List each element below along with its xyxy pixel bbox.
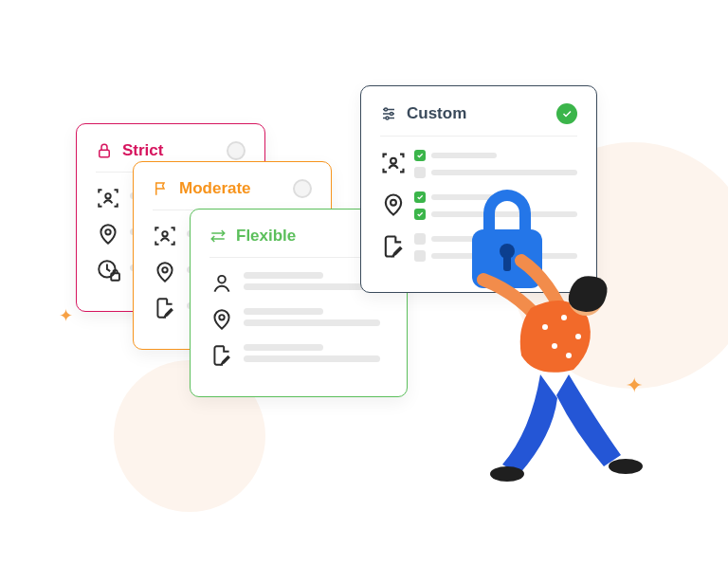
face-scan-icon (96, 186, 120, 210)
svg-point-2 (105, 229, 110, 234)
radio-unselected[interactable] (293, 179, 312, 198)
time-lock-icon (96, 258, 120, 282)
location-icon (96, 222, 120, 246)
svg-point-19 (575, 334, 581, 339)
checkbox-on[interactable] (414, 150, 426, 161)
sparkle-icon: ✦ (59, 305, 73, 326)
option-row (380, 150, 577, 178)
check-selected-icon[interactable] (556, 103, 577, 124)
document-edit-icon (209, 343, 234, 368)
card-title: Flexible (236, 227, 359, 246)
svg-point-5 (162, 231, 167, 236)
svg-rect-0 (100, 150, 110, 157)
radio-unselected[interactable] (227, 141, 246, 160)
document-edit-icon (153, 296, 177, 320)
checkbox-off[interactable] (414, 233, 426, 245)
flag-icon (153, 180, 170, 197)
svg-point-20 (552, 343, 557, 349)
swap-icon (209, 228, 227, 245)
svg-point-7 (218, 276, 226, 283)
svg-point-1 (105, 193, 110, 198)
card-title: Moderate (179, 179, 283, 198)
svg-point-23 (490, 466, 524, 482)
location-icon (153, 260, 177, 284)
location-icon (209, 307, 234, 332)
svg-rect-16 (503, 254, 511, 271)
svg-point-24 (609, 459, 643, 474)
svg-point-6 (162, 267, 167, 272)
svg-point-12 (391, 158, 396, 164)
svg-point-9 (385, 108, 388, 111)
person-icon (209, 271, 234, 296)
svg-point-11 (386, 117, 389, 119)
checkbox-on[interactable] (414, 191, 426, 203)
sliders-icon (380, 105, 397, 122)
document-edit-icon (380, 233, 407, 260)
svg-point-21 (566, 353, 572, 358)
card-title: Custom (407, 104, 547, 123)
face-scan-icon (380, 150, 407, 176)
person-holding-lock-illustration (427, 190, 673, 493)
lock-icon (96, 142, 113, 159)
svg-point-13 (391, 200, 396, 206)
svg-point-18 (561, 315, 567, 320)
checkbox-on[interactable] (414, 209, 426, 220)
face-scan-icon (153, 224, 177, 248)
card-title: Strict (122, 141, 217, 160)
checkbox-off[interactable] (414, 167, 426, 178)
svg-point-10 (391, 113, 393, 116)
option-row (209, 307, 388, 332)
location-icon (380, 191, 407, 218)
option-row (209, 343, 388, 368)
checkbox-off[interactable] (414, 250, 426, 262)
svg-point-8 (219, 315, 224, 319)
svg-point-17 (542, 324, 548, 330)
